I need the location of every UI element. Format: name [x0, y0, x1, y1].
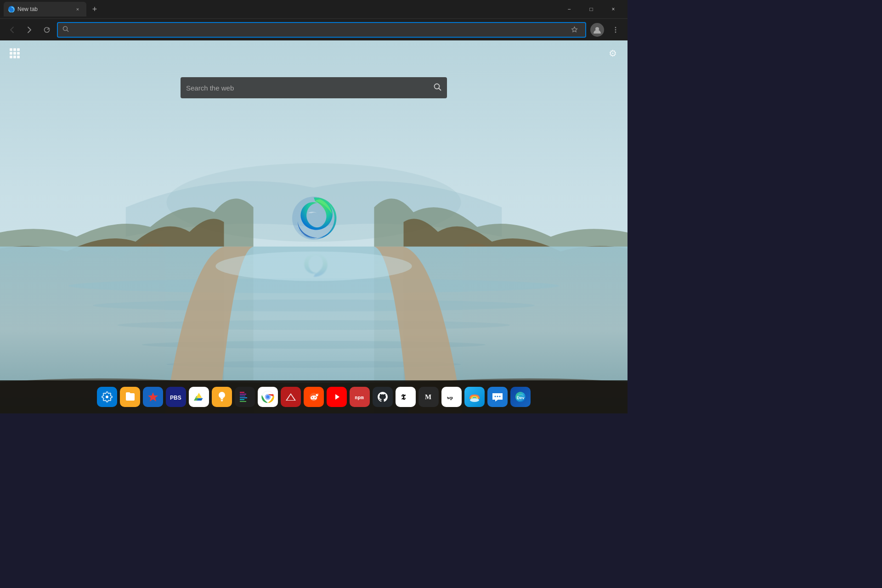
- svg-point-59: [499, 396, 501, 397]
- svg-text:𝕿: 𝕿: [401, 393, 406, 401]
- svg-point-57: [495, 396, 496, 397]
- taskbar-icon-reddit[interactable]: [304, 387, 324, 407]
- taskbar-icon-chrome[interactable]: [258, 387, 278, 407]
- svg-point-35: [266, 395, 270, 399]
- title-bar: New tab × + − □ ×: [0, 0, 628, 18]
- svg-marker-19: [148, 392, 158, 401]
- taskbar-icon-starred[interactable]: [143, 387, 163, 407]
- tab-favicon: [8, 6, 15, 12]
- svg-text:Dev: Dev: [517, 396, 525, 400]
- taskbar-icon-nyt[interactable]: 𝕿: [396, 387, 416, 407]
- address-input[interactable]: [73, 26, 564, 34]
- search-icon: [62, 26, 69, 34]
- svg-point-12: [118, 320, 510, 330]
- dot: [13, 52, 16, 55]
- taskbar: PBS: [0, 380, 628, 413]
- tabs-area: New tab × +: [4, 0, 559, 18]
- svg-point-11: [93, 300, 535, 311]
- svg-rect-29: [240, 397, 247, 398]
- svg-point-41: [312, 397, 313, 398]
- search-icon: [433, 83, 441, 93]
- dot: [10, 52, 12, 55]
- svg-rect-23: [221, 400, 223, 401]
- svg-point-58: [497, 396, 498, 397]
- tab-title: New tab: [17, 6, 71, 12]
- taskbar-icon-pbs[interactable]: PBS: [166, 387, 186, 407]
- search-container: [181, 77, 447, 98]
- svg-text:wp: wp: [447, 395, 453, 400]
- refresh-button[interactable]: [40, 23, 54, 37]
- profile-avatar: [590, 23, 604, 37]
- taskbar-icon-drive[interactable]: [189, 387, 209, 407]
- edge-logo-container: [288, 193, 339, 280]
- active-tab[interactable]: New tab ×: [4, 2, 86, 17]
- svg-point-16: [435, 84, 440, 89]
- dot: [17, 56, 20, 58]
- taskbar-icon-github[interactable]: [373, 387, 393, 407]
- svg-rect-22: [220, 398, 223, 399]
- dot: [10, 56, 12, 58]
- page-toolbar: ⚙: [6, 45, 621, 62]
- dot: [13, 48, 16, 51]
- apps-grid-icon: [10, 48, 20, 58]
- nav-bar: [0, 18, 628, 40]
- svg-point-42: [315, 397, 316, 398]
- taskbar-icon-podcasts[interactable]: [235, 387, 255, 407]
- svg-rect-30: [240, 399, 244, 400]
- svg-rect-28: [240, 396, 245, 396]
- svg-rect-26: [240, 392, 244, 393]
- svg-point-45: [317, 394, 318, 395]
- svg-rect-31: [240, 401, 246, 402]
- taskbar-icon-medium[interactable]: M: [418, 387, 439, 407]
- close-button[interactable]: ×: [603, 2, 624, 17]
- svg-line-17: [439, 89, 441, 90]
- taskbar-icon-messages[interactable]: [487, 387, 508, 407]
- svg-text:npm: npm: [355, 395, 364, 401]
- svg-point-5: [615, 29, 616, 30]
- taskbar-icon-files[interactable]: [120, 387, 140, 407]
- forward-button[interactable]: [22, 23, 37, 37]
- window-controls: − □ ×: [559, 2, 624, 17]
- taskbar-icon-npm[interactable]: npm: [350, 387, 370, 407]
- taskbar-icon-idea[interactable]: [212, 387, 232, 407]
- new-tab-page: ⚙: [0, 40, 628, 413]
- dot: [17, 52, 20, 55]
- svg-rect-27: [240, 394, 246, 395]
- taskbar-icon-edge-dev[interactable]: Dev: [510, 387, 531, 407]
- dot: [17, 48, 20, 51]
- taskbar-icon-vpn[interactable]: [281, 387, 301, 407]
- new-tab-button[interactable]: +: [88, 3, 101, 16]
- browser-menu-button[interactable]: [608, 23, 623, 37]
- svg-point-6: [615, 31, 616, 33]
- taskbar-icon-wapo[interactable]: wp: [441, 387, 462, 407]
- back-button[interactable]: [5, 23, 19, 37]
- svg-text:M: M: [425, 393, 431, 401]
- search-input[interactable]: [186, 84, 429, 92]
- taskbar-icon-settings[interactable]: [97, 387, 117, 407]
- search-box[interactable]: [181, 77, 447, 98]
- svg-rect-24: [221, 401, 223, 401]
- minimize-button[interactable]: −: [559, 2, 580, 17]
- maximize-button[interactable]: □: [581, 2, 602, 17]
- edge-logo-reflection: [288, 243, 339, 280]
- address-bar[interactable]: [57, 22, 586, 38]
- tab-close-button[interactable]: ×: [74, 5, 82, 13]
- taskbar-icon-weather[interactable]: [464, 387, 485, 407]
- svg-point-1: [63, 27, 68, 31]
- edge-logo: [288, 193, 339, 243]
- apps-grid-button[interactable]: [6, 45, 23, 62]
- customize-button[interactable]: ⚙: [605, 45, 621, 62]
- profile-button[interactable]: [589, 22, 605, 38]
- svg-text:PBS: PBS: [170, 395, 181, 401]
- svg-point-4: [615, 27, 616, 28]
- dot: [13, 56, 16, 58]
- svg-point-56: [470, 398, 479, 402]
- svg-line-2: [67, 30, 69, 32]
- svg-point-21: [219, 392, 225, 398]
- dot: [10, 48, 12, 51]
- taskbar-icon-youtube[interactable]: [327, 387, 347, 407]
- favorites-button[interactable]: [568, 23, 581, 36]
